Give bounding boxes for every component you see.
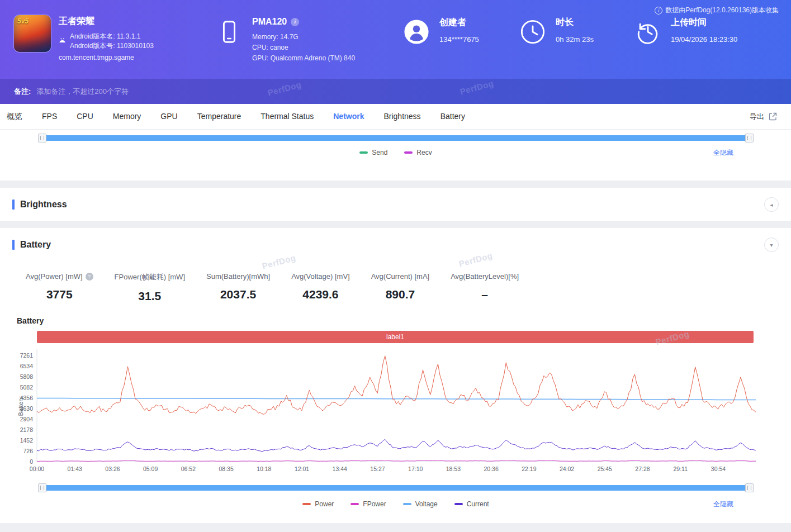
remark-input[interactable]: 添加备注，不超过200个字符 [36, 87, 777, 97]
tab-network[interactable]: Network [333, 112, 364, 122]
svg-text:726: 726 [23, 448, 33, 454]
battery-stat: Avg(Voltage) [mV]4239.6 [288, 272, 353, 303]
app-icon-badge: 5v5 [17, 17, 29, 25]
slider-right-handle[interactable] [745, 134, 754, 142]
slider-right-handle[interactable] [745, 483, 754, 492]
slider-track[interactable] [45, 485, 746, 491]
tab-battery[interactable]: Battery [441, 112, 465, 122]
legend-label: Current [467, 500, 489, 508]
svg-text:06:52: 06:52 [181, 466, 196, 472]
battery-stats-row: Avg(Power) [mW]?3775FPower(帧能耗) [mW]31.5… [22, 272, 791, 303]
svg-text:Battery: Battery [17, 396, 24, 416]
legend-item-power[interactable]: Power [302, 500, 334, 508]
tab-fps[interactable]: FPS [42, 112, 57, 122]
tab-brightness[interactable]: Brightness [383, 112, 420, 122]
creator-label: 创建者 [439, 15, 479, 28]
upload-time-value: 19/04/2026 18:23:30 [671, 35, 737, 44]
tab-概览[interactable]: 概览 [7, 112, 22, 122]
creator-value: 134****7675 [439, 35, 479, 44]
battery-stat: Sum(Battery)[mWh]2037.5 [203, 272, 273, 303]
source-note-text: 数据由PerfDog(12.0.260136)版本收集 [665, 6, 779, 15]
legend-label: Power [315, 500, 334, 508]
svg-text:24:02: 24:02 [560, 466, 574, 472]
svg-text:0: 0 [30, 458, 33, 465]
stat-value: 890.7 [368, 288, 433, 301]
network-legend-row: SendRecv 全隐藏 [38, 147, 754, 158]
battery-collapse-button[interactable]: ▾ [764, 238, 779, 252]
svg-text:20:36: 20:36 [484, 466, 498, 472]
upload-time-block: 上传时间 19/04/2026 18:23:30 [635, 15, 737, 79]
svg-text:29:11: 29:11 [673, 466, 688, 472]
battery-legend: PowerFPowerVoltageCurrent [302, 500, 489, 508]
svg-text:2904: 2904 [20, 416, 34, 422]
battery-section: Battery ▾ Avg(Power) [mW]?3775FPower(帧能耗… [0, 228, 791, 523]
app-name: 王者荣耀 [59, 16, 154, 27]
tab-cpu[interactable]: CPU [77, 112, 93, 122]
legend-item-recv[interactable]: Recv [404, 149, 432, 156]
device-memory: Memory: 14.7G [252, 32, 355, 42]
tab-thermal-status[interactable]: Thermal Status [260, 112, 314, 122]
svg-text:17:10: 17:10 [408, 466, 423, 472]
legend-label: Recv [416, 149, 432, 156]
header-top: i 数据由PerfDog(12.0.260136)版本收集 5v5 王者荣耀 [0, 0, 791, 79]
tab-bar: 概览FPSCPUMemoryGPUTemperatureThermal Stat… [0, 104, 791, 130]
tab-temperature[interactable]: Temperature [197, 112, 241, 122]
legend-item-send[interactable]: Send [359, 149, 387, 156]
tab-bar-tabs: 概览FPSCPUMemoryGPUTemperatureThermal Stat… [7, 112, 465, 122]
upload-time-label: 上传时间 [671, 15, 737, 28]
series-fpower [37, 460, 756, 462]
duration-block: 时长 0h 32m 23s [520, 15, 635, 79]
svg-text:7261: 7261 [20, 352, 34, 359]
battery-range-slider[interactable] [38, 483, 754, 492]
export-button[interactable]: 导出 [750, 112, 778, 122]
svg-text:22:19: 22:19 [522, 466, 536, 472]
svg-text:03:26: 03:26 [105, 466, 120, 472]
svg-text:01:43: 01:43 [68, 466, 82, 472]
slider-left-handle[interactable] [38, 134, 46, 142]
legend-item-current[interactable]: Current [454, 500, 489, 508]
legend-marker [403, 503, 411, 505]
legend-item-fpower[interactable]: FPower [350, 500, 386, 508]
svg-text:2178: 2178 [20, 426, 34, 433]
network-section: SendRecv 全隐藏 [0, 130, 791, 180]
chevron-down-icon: ▾ [770, 242, 773, 248]
tab-gpu[interactable]: GPU [160, 112, 177, 122]
battery-chart[interactable]: 0726145221782904363043565082580865347261… [17, 346, 774, 479]
phone-icon [216, 19, 242, 45]
device-info-block: PMA120 i Memory: 14.7G CPU: canoe GPU: Q… [216, 15, 404, 79]
slider-left-handle[interactable] [38, 483, 46, 492]
brightness-section: Brightness ◂ [0, 188, 791, 221]
help-icon[interactable]: ? [86, 273, 93, 281]
slider-track[interactable] [45, 135, 746, 141]
legend-item-voltage[interactable]: Voltage [403, 500, 438, 508]
duration-value: 0h 32m 23s [556, 35, 594, 44]
remark-bar: 备注: 添加备注，不超过200个字符 [0, 79, 791, 104]
header: i 数据由PerfDog(12.0.260136)版本收集 5v5 王者荣耀 [0, 0, 791, 104]
svg-text:25:45: 25:45 [598, 466, 612, 472]
series-voltage [37, 398, 756, 400]
chart-annotation-band: label1 [37, 331, 754, 343]
android-icon [59, 36, 66, 51]
brightness-collapse-button[interactable]: ◂ [764, 197, 779, 212]
tab-memory[interactable]: Memory [113, 112, 141, 122]
stat-value: 2037.5 [203, 288, 273, 301]
device-model: PMA120 [252, 17, 287, 27]
creator-block: 创建者 134****7675 [404, 15, 520, 79]
device-cpu: CPU: canoe [252, 42, 355, 53]
perfdog-report-page: i 数据由PerfDog(12.0.260136)版本收集 5v5 王者荣耀 [0, 0, 791, 523]
legend-marker [359, 151, 368, 154]
device-info-icon[interactable]: i [291, 18, 299, 26]
app-icon: 5v5 [14, 15, 51, 52]
battery-hide-all-link[interactable]: 全隐藏 [713, 500, 733, 509]
battery-chart-title: Battery [17, 316, 791, 325]
network-range-slider[interactable] [38, 134, 754, 142]
stat-value: 3775 [22, 288, 97, 301]
section-gap [0, 221, 791, 228]
remark-label: 备注: [14, 87, 31, 97]
stat-value: 31.5 [111, 289, 188, 303]
series-power [37, 356, 756, 415]
export-label: 导出 [750, 112, 764, 122]
section-gap [0, 180, 791, 188]
svg-text:6534: 6534 [20, 363, 34, 369]
network-hide-all-link[interactable]: 全隐藏 [713, 148, 733, 158]
